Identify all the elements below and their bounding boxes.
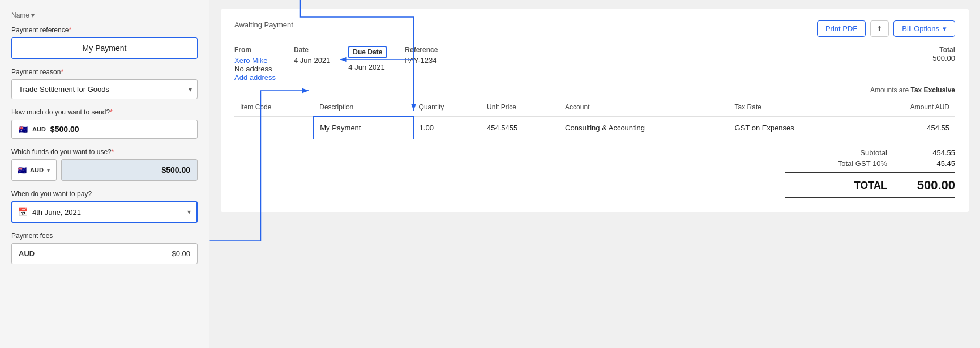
date-value: 4th June, 2021 <box>32 208 183 217</box>
col-item-code: Item Code <box>234 99 314 116</box>
funds-label: Which funds do you want to use?* <box>11 148 198 156</box>
invoice-header: Awaiting Payment Print PDF ⬆ Bill Option… <box>234 20 955 37</box>
invoice-container: Awaiting Payment Print PDF ⬆ Bill Option… <box>221 9 969 212</box>
share-button[interactable]: ⬆ <box>870 20 889 37</box>
gst-value: 45.45 <box>910 159 955 168</box>
funds-currency-label: AUD <box>30 167 44 173</box>
from-name[interactable]: Xero Mike <box>234 56 276 65</box>
fees-label: Payment fees <box>11 232 198 240</box>
funds-currency-selector[interactable]: 🇦🇺 AUD ▾ <box>11 159 57 181</box>
due-date-label: Due Date <box>348 46 387 58</box>
col-account: Account <box>559 99 729 116</box>
table-row: My Payment 1.00 454.5455 Consulting & Ac… <box>234 116 955 139</box>
amount-group: How much do you want to send?* 🇦🇺 AUD $5… <box>11 108 198 139</box>
breadcrumb[interactable]: Name ▾ <box>11 11 198 19</box>
payment-reason-group: Payment reason* Trade Settlement for Goo… <box>11 68 198 99</box>
funds-row: 🇦🇺 AUD ▾ $500.00 <box>11 159 198 181</box>
payment-reason-select-wrapper: Trade Settlement for Goods <box>11 79 198 99</box>
right-panel: Awaiting Payment Print PDF ⬆ Bill Option… <box>209 0 980 348</box>
required-marker: * <box>69 26 71 34</box>
payment-reference-input[interactable] <box>11 37 198 59</box>
calendar-icon: 📅 <box>18 207 28 217</box>
gst-row: Total GST 10% 45.45 <box>785 159 955 168</box>
col-description: Description <box>314 99 413 116</box>
payment-reference-group: Payment reference* <box>11 26 198 59</box>
invoice-actions: Print PDF ⬆ Bill Options ▾ <box>817 20 955 37</box>
date-chevron-icon: ▾ <box>187 208 191 216</box>
date-label: When do you want to pay? <box>11 190 198 198</box>
funds-group: Which funds do you want to use?* 🇦🇺 AUD … <box>11 148 198 181</box>
col-tax-rate: Tax Rate <box>729 99 861 116</box>
funds-amount-display: $500.00 <box>61 159 198 181</box>
cell-quantity: 1.00 <box>413 116 481 139</box>
amount-field[interactable]: 🇦🇺 AUD $500.00 <box>11 120 198 139</box>
print-pdf-button[interactable]: Print PDF <box>817 20 866 37</box>
from-col: From Xero Mike No address Add address <box>234 46 276 82</box>
amount-currency-label: AUD <box>32 126 46 133</box>
left-panel: Name ▾ Payment reference* Payment reason… <box>0 0 209 348</box>
cell-unit-price: 454.5455 <box>481 116 559 139</box>
cell-item-code <box>234 116 314 139</box>
chevron-down-icon: ▾ <box>47 167 50 173</box>
cell-tax-rate: GST on Expenses <box>729 116 861 139</box>
share-icon: ⬆ <box>876 24 883 33</box>
payment-reason-label: Payment reason* <box>11 68 198 76</box>
fees-row: AUD $0.00 <box>11 243 198 264</box>
reference-value: PAY-1234 <box>405 56 438 65</box>
au-flag-icon: 🇦🇺 <box>19 125 28 134</box>
col-quantity: Quantity <box>413 99 481 116</box>
bill-options-chevron-icon: ▾ <box>943 24 947 33</box>
amount-value: $500.00 <box>50 125 79 134</box>
cell-amount-aud: 454.55 <box>861 116 955 139</box>
invoice-table: Item Code Description Quantity Unit Pric… <box>234 99 955 139</box>
amounts-note: Amounts are Tax Exclusive <box>234 86 955 94</box>
fees-currency: AUD <box>19 249 35 258</box>
col-amount-aud: Amount AUD <box>861 99 955 116</box>
total-final-value: 500.00 <box>910 178 955 193</box>
due-date-col: Due Date 4 Jun 2021 <box>348 46 387 82</box>
payment-reference-label: Payment reference* <box>11 26 198 34</box>
from-address: No address <box>234 65 276 73</box>
date-group: When do you want to pay? 📅 4th June, 202… <box>11 190 198 223</box>
fees-group: Payment fees AUD $0.00 <box>11 232 198 264</box>
total-label: TOTAL <box>819 180 887 192</box>
fees-amount: $0.00 <box>172 249 190 258</box>
cell-description[interactable]: My Payment <box>314 116 413 139</box>
au-flag-icon-2: 🇦🇺 <box>18 166 27 175</box>
payment-reason-select[interactable]: Trade Settlement for Goods <box>11 79 198 99</box>
add-address-link[interactable]: Add address <box>234 73 276 82</box>
col-unit-price: Unit Price <box>481 99 559 116</box>
total-final-row: TOTAL 500.00 <box>785 172 955 198</box>
totals-section: Subtotal 454.55 Total GST 10% 45.45 TOTA… <box>234 148 955 198</box>
bill-options-button[interactable]: Bill Options ▾ <box>893 20 955 37</box>
date-col: Date 4 Jun 2021 <box>294 46 330 82</box>
subtotal-value: 454.55 <box>910 148 955 157</box>
reference-col: Reference PAY-1234 <box>405 46 438 82</box>
table-header-row: Item Code Description Quantity Unit Pric… <box>234 99 955 116</box>
amount-label: How much do you want to send?* <box>11 108 198 116</box>
invoice-total-col: Total 500.00 <box>932 46 955 62</box>
date-picker[interactable]: 📅 4th June, 2021 ▾ <box>11 201 198 223</box>
due-date-value: 4 Jun 2021 <box>348 63 387 71</box>
cell-account: Consulting & Accounting <box>559 116 729 139</box>
invoice-status: Awaiting Payment <box>234 20 293 29</box>
subtotal-row: Subtotal 454.55 <box>785 148 955 157</box>
main-container: Name ▾ Payment reference* Payment reason… <box>0 0 980 348</box>
invoice-total-value: 500.00 <box>932 54 955 62</box>
invoice-date-value: 4 Jun 2021 <box>294 56 330 65</box>
